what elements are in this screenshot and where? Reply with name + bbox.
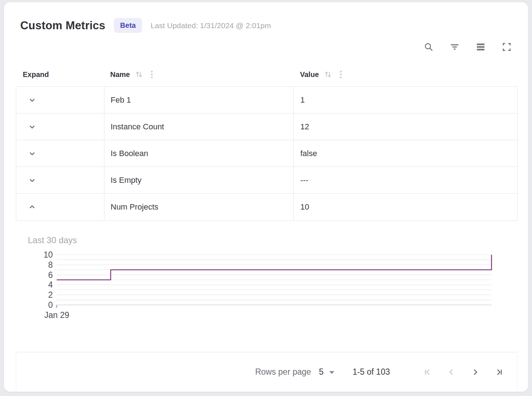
density-icon (476, 42, 486, 52)
value-cell: 10 (294, 194, 517, 220)
fullscreen-button[interactable] (502, 42, 512, 52)
metric-value: 12 (300, 122, 309, 132)
beta-badge: Beta (114, 18, 142, 33)
chevron-left-icon (446, 367, 456, 377)
fullscreen-icon (502, 42, 512, 52)
svg-text:10: 10 (43, 250, 53, 259)
sort-icon[interactable] (135, 70, 143, 79)
header: Custom Metrics Beta Last Updated: 1/31/2… (20, 2, 518, 33)
rows-per-page-select[interactable]: 5 (319, 367, 335, 377)
expand-cell (16, 87, 104, 113)
first-page-icon (422, 367, 433, 377)
name-cell: Feb 1 (104, 87, 294, 113)
expand-chevron-icon[interactable] (27, 176, 37, 185)
name-cell: Is Empty (104, 167, 294, 193)
expand-cell (16, 140, 104, 167)
filter-icon (450, 42, 460, 52)
svg-text:8: 8 (48, 260, 53, 270)
svg-text:Jan 29: Jan 29 (44, 310, 69, 320)
previous-page-button[interactable] (446, 367, 456, 377)
density-button[interactable] (476, 42, 486, 52)
metric-value: 10 (300, 202, 309, 212)
svg-text:6: 6 (48, 270, 53, 280)
chart-title: Last 30 days (28, 235, 518, 245)
column-header-expand-label: Expand (23, 70, 49, 79)
expand-chevron-icon[interactable] (27, 202, 37, 212)
column-menu-icon[interactable] (338, 70, 343, 79)
expand-cell (16, 194, 104, 220)
expand-chevron-icon[interactable] (27, 95, 37, 105)
step-line-chart: 0246810Jan 29 (16, 250, 517, 323)
svg-text:0: 0 (48, 300, 53, 310)
column-header-name[interactable]: Name (104, 70, 293, 79)
metric-name: Num Projects (111, 202, 158, 212)
last-page-button[interactable] (494, 367, 504, 377)
svg-text:2: 2 (48, 290, 53, 300)
value-cell: 12 (294, 113, 517, 140)
grid-toolbar (16, 42, 518, 52)
sort-icon[interactable] (324, 70, 332, 79)
rows-per-page-label: Rows per page (255, 367, 311, 377)
metric-name: Instance Count (111, 122, 164, 132)
metric-value: 1 (300, 95, 305, 105)
name-cell: Is Boolean (104, 140, 294, 167)
grid-header-row: Expand Name Value (16, 63, 518, 86)
last-updated: Last Updated: 1/31/2024 @ 2:01pm (151, 21, 271, 30)
column-header-name-label: Name (110, 70, 130, 79)
expand-cell (16, 167, 104, 193)
table-row: Instance Count 12 (16, 113, 517, 140)
grid-rows: Feb 1 1 Instance Count 12 (16, 86, 518, 221)
name-cell: Instance Count (104, 113, 294, 140)
svg-text:4: 4 (48, 280, 53, 289)
value-cell: 1 (294, 87, 517, 113)
next-page-button[interactable] (470, 367, 480, 377)
column-header-value[interactable]: Value (293, 70, 518, 79)
expand-cell (16, 113, 104, 140)
first-page-button[interactable] (422, 367, 433, 377)
value-cell: false (294, 140, 517, 167)
expand-chevron-icon[interactable] (27, 149, 37, 158)
expand-chevron-icon[interactable] (27, 122, 37, 132)
search-icon (424, 42, 434, 52)
value-cell: --- (294, 167, 517, 193)
metric-name: Is Boolean (111, 149, 148, 158)
metric-value: --- (300, 176, 308, 185)
table-row: Is Empty --- (16, 167, 517, 194)
table-row: Num Projects 10 (16, 194, 517, 220)
filter-button[interactable] (450, 42, 460, 52)
last-page-icon (494, 367, 504, 377)
custom-metrics-card: Custom Metrics Beta Last Updated: 1/31/2… (4, 2, 528, 392)
search-button[interactable] (424, 42, 434, 52)
rows-per-page-value: 5 (319, 367, 324, 377)
column-header-expand: Expand (16, 70, 104, 79)
column-menu-icon[interactable] (149, 70, 154, 79)
table-row: Is Boolean false (16, 140, 517, 167)
row-detail-panel: Last 30 days 0246810Jan 29 (16, 221, 518, 324)
page-title: Custom Metrics (20, 19, 105, 32)
table-row: Feb 1 1 (16, 87, 517, 113)
metric-chart: 0246810Jan 29 (16, 250, 518, 324)
chevron-right-icon (470, 367, 480, 377)
grid-footer: Rows per page 5 1-5 of 103 (16, 352, 518, 392)
metric-name: Feb 1 (111, 95, 131, 105)
metric-name: Is Empty (111, 176, 142, 185)
metric-value: false (300, 149, 317, 158)
data-grid: Expand Name Value (16, 63, 518, 324)
column-header-value-label: Value (300, 70, 319, 79)
pagination-range: 1-5 of 103 (352, 367, 390, 377)
name-cell: Num Projects (104, 194, 294, 220)
chevron-down-icon (329, 371, 334, 374)
